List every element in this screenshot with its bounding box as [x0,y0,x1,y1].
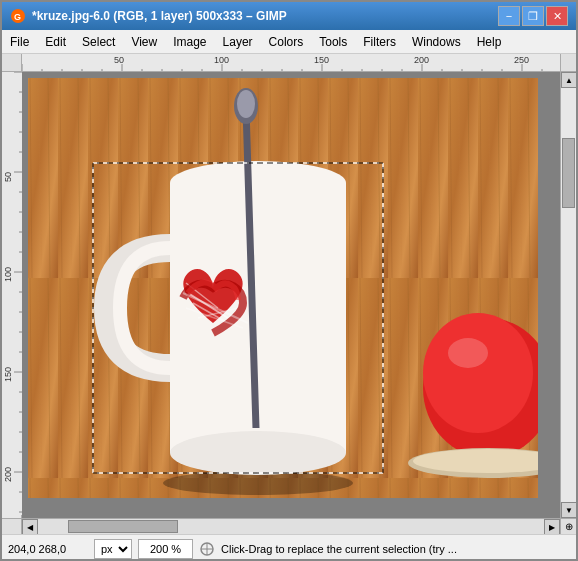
svg-text:G: G [14,12,21,22]
title-bar-left: G *kruze.jpg-6.0 (RGB, 1 layer) 500x333 … [10,8,287,24]
scrollbar-corner-btn[interactable]: ⊕ [560,518,576,534]
menu-layer[interactable]: Layer [215,32,261,52]
ruler-top-row [2,54,576,72]
menu-view[interactable]: View [123,32,165,52]
menu-edit[interactable]: Edit [37,32,74,52]
menu-filters[interactable]: Filters [355,32,404,52]
canvas-area[interactable] [22,72,560,518]
scroll-h-left-spacer [2,518,22,534]
scroll-up-button[interactable]: ▲ [561,72,576,88]
zoom-input[interactable] [138,539,193,559]
ruler-corner [2,54,22,72]
ruler-h-end [560,54,576,72]
scrollbar-vertical[interactable]: ▲ ▼ [560,72,576,518]
menu-image[interactable]: Image [165,32,214,52]
menu-windows[interactable]: Windows [404,32,469,52]
minimize-button[interactable]: − [498,6,520,26]
svg-point-20 [448,338,488,368]
scroll-track-h[interactable] [38,519,544,534]
svg-point-10 [170,431,346,475]
title-buttons: − ❒ ✕ [498,6,568,26]
menu-bar: File Edit Select View Image Layer Colors… [2,30,576,54]
image-canvas [28,78,538,498]
status-bar: 204,0 268,0 px Click-Drag to replace the… [2,534,576,561]
maximize-button[interactable]: ❒ [522,6,544,26]
status-message: Click-Drag to replace the current select… [221,543,570,555]
ruler-v-canvas [2,72,22,515]
canvas-row: ▲ ▼ [2,72,576,518]
unit-select[interactable]: px [94,539,132,559]
scroll-thumb-h[interactable] [68,520,178,533]
scroll-down-button[interactable]: ▼ [561,502,576,518]
menu-tools[interactable]: Tools [311,32,355,52]
svg-point-19 [423,313,533,433]
menu-help[interactable]: Help [469,32,510,52]
navigate-icon [199,541,215,557]
scroll-thumb-v[interactable] [562,138,575,208]
scroll-left-button[interactable]: ◀ [22,519,38,535]
window-title: *kruze.jpg-6.0 (RGB, 1 layer) 500x333 – … [32,9,287,23]
status-coordinates: 204,0 268,0 [8,543,88,555]
scroll-track-v[interactable] [561,88,576,502]
ruler-h-canvas [22,54,560,72]
scrollbar-h-row: ◀ ▶ ⊕ [2,518,576,534]
close-button[interactable]: ✕ [546,6,568,26]
scrollbar-horizontal[interactable]: ◀ ▶ [22,518,560,534]
main-area: ▲ ▼ ◀ ▶ ⊕ [2,54,576,534]
menu-select[interactable]: Select [74,32,123,52]
gimp-window: G *kruze.jpg-6.0 (RGB, 1 layer) 500x333 … [0,0,578,561]
menu-file[interactable]: File [2,32,37,52]
scroll-right-button[interactable]: ▶ [544,519,560,535]
menu-colors[interactable]: Colors [261,32,312,52]
horizontal-ruler [22,54,560,72]
svg-point-17 [237,90,255,118]
title-bar: G *kruze.jpg-6.0 (RGB, 1 layer) 500x333 … [2,2,576,30]
gimp-icon: G [10,8,26,24]
vertical-ruler [2,72,22,518]
